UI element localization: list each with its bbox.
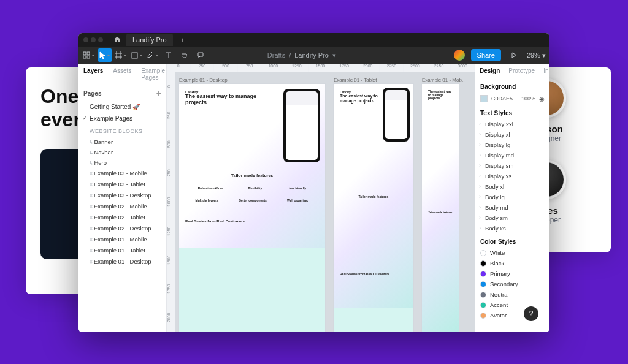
frame-label[interactable]: Example 01 - Desktop [179,77,325,83]
frame-tool[interactable] [114,48,128,62]
breadcrumb[interactable]: Drafts / Landify Pro ▾ [267,51,336,59]
hero-title: The easiest way to manage projects [340,94,380,103]
tab-layers[interactable]: Layers [78,64,108,85]
tab-assets[interactable]: Assets [108,64,136,85]
layer-item[interactable]: ⌗Example 03 - Tablet [78,179,166,190]
artboard-tablet[interactable]: Landify The easiest way to manage projec… [334,84,413,332]
phone-mockup [283,89,320,162]
color-style-item[interactable]: Neutral [475,289,550,300]
shape-tool[interactable] [130,48,144,62]
layer-item[interactable]: ⌗Example 01 - Desktop [78,256,166,267]
tab-design[interactable]: Design [475,64,504,78]
svg-rect-3 [87,56,90,58]
present-button[interactable] [507,48,521,62]
layer-item[interactable]: ⌗Example 02 - Tablet [78,212,166,223]
help-button[interactable]: ? [524,306,538,321]
frame-tablet[interactable]: Example 01 - Tablet Landify The easiest … [334,77,413,332]
design-app-window: Landify Pro + Drafts / Landify Pro ▾ Sha… [78,33,550,332]
color-style-item[interactable]: Primary [475,268,550,279]
artboard-mobile[interactable]: The easiest way to manage projects Tailo… [422,84,459,332]
color-style-item[interactable]: Accent [475,300,550,310]
text-style-item[interactable]: Display lg [475,140,550,150]
window-tab-bar: Landify Pro + [78,33,550,47]
section-label-website-blocks: WEBSITE BLOCKS [78,124,166,137]
color-style-item[interactable]: Secondary [475,279,550,289]
visibility-toggle-icon[interactable]: ◉ [539,96,545,102]
hand-tool[interactable] [178,48,191,62]
layer-item[interactable]: ⌗Example 01 - Mobile [78,234,166,245]
layer-item[interactable]: ↳Hero [78,157,166,168]
share-button[interactable]: Share [471,49,501,61]
tab-inspect[interactable]: Inspect [539,64,550,78]
svg-rect-2 [83,56,86,58]
text-style-item[interactable]: Body sm [475,213,550,223]
artboard-desktop[interactable]: Landify The easiest way to manage projec… [179,84,325,332]
main-menu-button[interactable] [82,48,96,62]
color-swatch[interactable] [480,95,488,102]
new-tab-button[interactable]: + [177,36,189,45]
breadcrumb-file[interactable]: Landify Pro [294,51,329,59]
layer-item[interactable]: ⌗Example 03 - Mobile [78,168,166,179]
section-color-styles: Color Styles [475,233,550,248]
toolbar: Drafts / Landify Pro ▾ Share 29% ▾ [78,47,550,64]
user-avatar[interactable] [454,50,465,61]
text-style-item[interactable]: Body lg [475,192,550,202]
file-tab[interactable]: Landify Pro [126,34,173,46]
text-style-item[interactable]: Body md [475,202,550,213]
page-item[interactable]: Getting Started 🚀 [78,101,166,113]
text-style-item[interactable]: Body xs [475,223,550,233]
ruler-horizontal: 0250500750100012501500175020002250250027… [167,64,475,72]
zoom-level[interactable]: 29% ▾ [527,51,546,59]
color-style-item[interactable]: Black [475,258,550,268]
left-panel: Layers Assets Example Pages Pages + Gett… [78,64,167,332]
page-item[interactable]: Example Pages [78,113,166,124]
frame-desktop[interactable]: Example 01 - Desktop Landify The easiest… [179,77,325,332]
frame-mobile[interactable]: Example 01 - Mob... The easiest way to m… [422,77,466,332]
features-title: Tailor-made features [185,173,319,178]
layer-item[interactable]: ⌗Example 02 - Desktop [78,223,166,234]
add-page-button[interactable]: + [156,89,161,97]
text-style-item[interactable]: Display md [475,150,550,161]
color-dot [480,250,486,256]
text-style-item[interactable]: Display xs [475,171,550,181]
background-row[interactable]: C0DAE5 100% ◉ [475,93,550,105]
features-title: Tailor-made features [428,211,453,214]
tab-prototype[interactable]: Prototype [504,64,539,78]
chevron-down-icon: ▾ [542,51,546,59]
layers-list[interactable]: ⌗Example 03 - Mobile ⌗Example 03 - Table… [78,168,166,332]
text-tool[interactable] [162,48,175,62]
svg-rect-8 [132,53,137,58]
text-style-item[interactable]: Display 2xl [475,119,550,129]
frame-label[interactable]: Example 01 - Tablet [334,77,413,83]
move-tool[interactable] [98,48,112,62]
color-dot [480,292,486,298]
text-style-item[interactable]: Display sm [475,161,550,171]
layer-item[interactable]: ↳Navbar [78,147,166,157]
right-panel: Design Prototype Inspect Background C0DA… [475,64,550,332]
svg-rect-0 [83,52,86,55]
color-dot [480,302,486,308]
canvas[interactable]: 0250500750100012501500175020002250250027… [167,64,475,332]
background-opacity[interactable]: 100% [521,96,535,102]
text-style-item[interactable]: Body xl [475,181,550,192]
color-style-item[interactable]: White [475,248,550,258]
hero-title: The easiest way to manage projects [185,94,259,106]
text-style-item[interactable]: Display xl [475,129,550,140]
pen-tool[interactable] [146,48,159,62]
color-dot [480,271,486,277]
layer-item[interactable]: ⌗Example 01 - Tablet [78,245,166,256]
layer-item[interactable]: ⌗Example 02 - Mobile [78,201,166,212]
color-style-item[interactable]: Avatar [475,310,550,320]
layer-item[interactable]: ⌗Example 03 - Desktop [78,190,166,201]
tab-example-pages[interactable]: Example Pages [136,64,170,85]
breadcrumb-folder[interactable]: Drafts [267,51,285,59]
svg-rect-1 [87,52,90,55]
home-tab[interactable] [112,36,123,44]
frame-label[interactable]: Example 01 - Mob... [422,77,466,83]
comment-tool[interactable] [194,48,207,62]
section-text-styles: Text Styles [475,105,550,119]
background-hex[interactable]: C0DAE5 [491,96,513,102]
chevron-down-icon[interactable]: ▾ [332,51,336,59]
layer-item[interactable]: ↳Banner [78,137,166,147]
window-controls[interactable] [83,37,103,42]
